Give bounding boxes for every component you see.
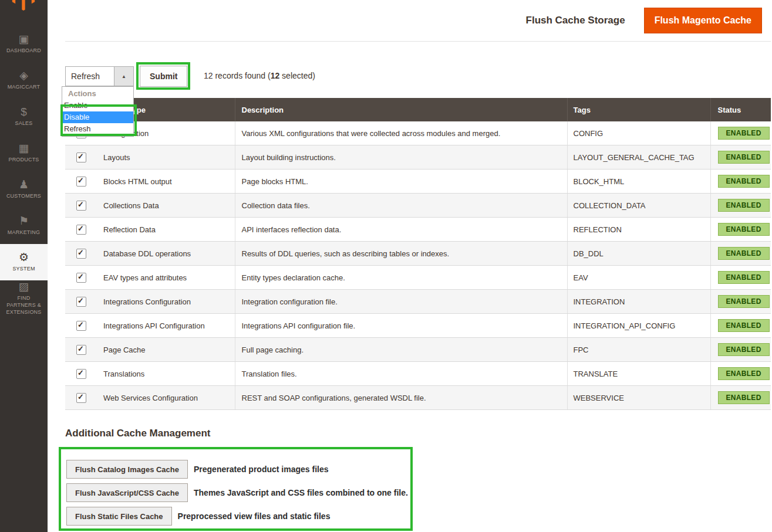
description-cell: Integrations API configuration file.	[235, 314, 567, 338]
description-cell: Entity types declaration cache.	[235, 266, 567, 290]
submit-button[interactable]: Submit	[140, 66, 187, 87]
flush-magento-cache-button[interactable]: Flush Magento Cache	[644, 8, 762, 33]
table-row: Web Services Configuration REST and SOAP…	[65, 386, 771, 410]
table-row: Blocks HTML output Page blocks HTML. BLO…	[65, 170, 771, 194]
records-selected-count: 12	[271, 71, 280, 80]
sidebar-item-magiccart[interactable]: ◈ MAGICCART	[0, 62, 48, 99]
flush-cache-storage-button[interactable]: Flush Cache Storage	[526, 15, 625, 26]
status-badge: ENABLED	[718, 247, 770, 260]
status-badge: ENABLED	[718, 367, 770, 380]
column-header-description: Description	[235, 98, 567, 121]
row-checkbox-checked[interactable]	[76, 249, 86, 259]
sidebar-item-label: FIND PARTNERS & EXTENSIONS	[0, 295, 48, 316]
flush-catalog-images-description: Pregenerated product images files	[194, 465, 329, 474]
products-icon: ▦	[19, 143, 29, 154]
flush-static-files-button[interactable]: Flush Static Files Cache	[66, 507, 172, 526]
sidebar-item-products[interactable]: ▦ PRODUCTS	[0, 135, 48, 171]
dropdown-option-disable[interactable]: Disable	[62, 111, 133, 123]
cache-action-row: Flush JavaScript/CSS Cache Themes JavaSc…	[66, 483, 408, 502]
mass-action-selected-value: Refresh	[66, 67, 114, 86]
chevron-up-icon[interactable]: ▲	[114, 67, 133, 86]
status-cell: ENABLED	[710, 194, 771, 218]
sidebar-item-sales[interactable]: $ SALES	[0, 99, 48, 135]
sidebar-item-label: CUSTOMERS	[4, 193, 43, 200]
row-checkbox-checked[interactable]	[76, 321, 86, 331]
status-badge: ENABLED	[718, 343, 770, 356]
status-cell: ENABLED	[710, 290, 771, 314]
cache-type-cell: Web Services Configuration	[97, 386, 235, 410]
row-checkbox-checked[interactable]	[76, 177, 86, 187]
tags-cell: LAYOUT_GENERAL_CACHE_TAG	[567, 145, 710, 170]
sidebar-item-marketing[interactable]: ⚑ MARKETING	[0, 208, 48, 244]
column-header-status: Status	[710, 98, 771, 121]
magento-logo-icon[interactable]	[11, 0, 36, 11]
status-badge: ENABLED	[718, 223, 770, 236]
magiccart-icon: ◈	[19, 70, 28, 81]
action-dropdown-list: Actions Enable Disable Refresh	[62, 86, 134, 137]
table-row: Reflection Data API interfaces reflectio…	[65, 218, 771, 242]
tags-cell: EAV	[567, 266, 710, 290]
records-suffix-text: selected)	[279, 71, 315, 80]
sidebar-item-label: MARKETING	[5, 229, 42, 236]
flush-catalog-images-button[interactable]: Flush Catalog Images Cache	[66, 460, 188, 479]
header-divider	[65, 41, 771, 42]
sidebar-menu: ▣ DASHBOARD ◈ MAGICCART $ SALES ▦ PRODUC…	[0, 26, 48, 317]
cache-type-cell: Collections Data	[97, 194, 235, 218]
status-cell: ENABLED	[710, 170, 771, 194]
marketing-icon: ⚑	[19, 215, 29, 226]
row-checkbox-checked[interactable]	[76, 369, 86, 379]
sidebar-item-system[interactable]: ⚙ SYSTEM	[0, 244, 48, 280]
flush-javascript-css-description: Themes JavaScript and CSS files combined…	[194, 488, 408, 497]
dashboard-icon: ▣	[19, 33, 29, 45]
sidebar: ▣ DASHBOARD ◈ MAGICCART $ SALES ▦ PRODUC…	[0, 0, 48, 532]
tags-cell: REFLECTION	[567, 218, 710, 242]
status-badge: ENABLED	[718, 199, 770, 212]
status-cell: ENABLED	[710, 362, 771, 386]
cache-grid-header: Cache Type Description Tags Status	[65, 98, 771, 121]
status-cell: ENABLED	[710, 314, 771, 338]
tags-cell: WEBSERVICE	[567, 386, 710, 410]
row-checkbox-checked[interactable]	[76, 201, 86, 211]
status-cell: ENABLED	[710, 386, 771, 410]
row-checkbox-checked[interactable]	[76, 153, 86, 162]
status-badge: ENABLED	[718, 319, 770, 332]
sidebar-item-customers[interactable]: ♟ CUSTOMERS	[0, 171, 48, 208]
sidebar-item-label: SYSTEM	[10, 266, 37, 273]
tags-cell: CONFIG	[567, 121, 710, 145]
description-cell: Layout building instructions.	[235, 145, 567, 170]
row-checkbox-checked[interactable]	[76, 393, 86, 403]
additional-cache-actions: Flush Catalog Images Cache Pregenerated …	[66, 460, 408, 526]
sidebar-item-label: DASHBOARD	[4, 48, 43, 55]
table-row: Layouts Layout building instructions. LA…	[65, 145, 771, 170]
table-row: Database DDL operations Results of DDL q…	[65, 242, 771, 266]
row-checkbox-checked[interactable]	[76, 225, 86, 235]
cache-type-cell: Integrations Configuration	[97, 290, 235, 314]
status-badge: ENABLED	[718, 127, 770, 140]
tags-cell: INTEGRATION_API_CONFIG	[567, 314, 710, 338]
status-badge: ENABLED	[718, 295, 770, 308]
mass-action-select[interactable]: Refresh ▲	[65, 66, 134, 86]
sidebar-item-dashboard[interactable]: ▣ DASHBOARD	[0, 26, 48, 62]
tags-cell: FPC	[567, 338, 710, 362]
row-checkbox-checked[interactable]	[76, 273, 86, 283]
cache-type-cell: Reflection Data	[97, 218, 235, 242]
sidebar-item-find-partners[interactable]: ▨ FIND PARTNERS & EXTENSIONS	[0, 280, 48, 317]
table-row: Integrations API Configuration Integrati…	[65, 314, 771, 338]
dropdown-option-enable[interactable]: Enable	[62, 100, 133, 111]
page-header: Flush Cache Storage Flush Magento Cache	[48, 0, 772, 41]
records-count: 12 records found (12 selected)	[204, 71, 315, 80]
flush-javascript-css-button[interactable]: Flush JavaScript/CSS Cache	[66, 483, 188, 502]
flush-static-files-description: Preprocessed view files and static files	[178, 511, 331, 521]
row-checkbox-checked[interactable]	[76, 297, 86, 307]
sidebar-item-label: MAGICCART	[5, 84, 43, 91]
table-row: Page Cache Full page caching. FPC ENABLE…	[65, 338, 771, 362]
table-row: Translations Translation files. TRANSLAT…	[65, 362, 771, 386]
description-cell: Results of DDL queries, such as describi…	[235, 242, 567, 266]
tags-cell: TRANSLATE	[567, 362, 710, 386]
dropdown-option-refresh[interactable]: Refresh	[62, 123, 133, 135]
table-row: Integrations Configuration Integration c…	[65, 290, 771, 314]
status-cell: ENABLED	[710, 145, 771, 170]
cache-type-cell: Page Cache	[97, 338, 235, 362]
row-checkbox-checked[interactable]	[76, 345, 86, 355]
cache-grid-body: Configuration Various XML configurations…	[65, 121, 771, 410]
